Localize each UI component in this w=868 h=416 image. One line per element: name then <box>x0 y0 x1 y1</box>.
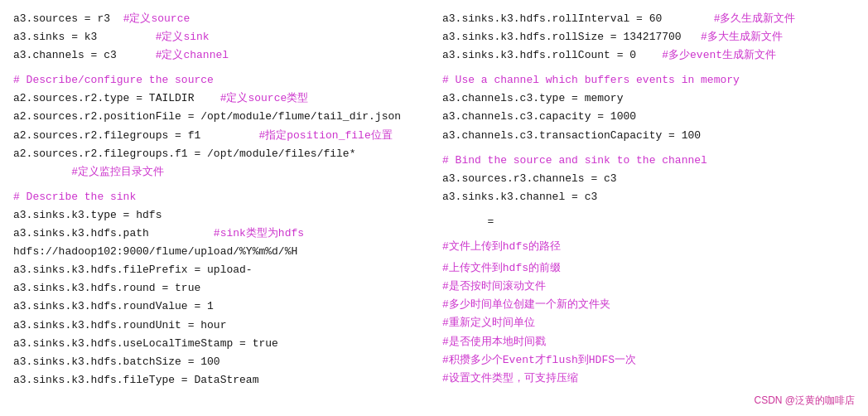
code-line: a3.sources.r3.channels = c3 <box>442 170 855 188</box>
comment-line: #文件上传到hdfs的路径 <box>442 238 855 256</box>
comment-line: #多少时间单位创建一个新的文件夹 <box>442 296 855 314</box>
section-comment: # Describe the sink <box>13 188 426 206</box>
comment: #定义sink <box>97 31 209 43</box>
section-comment: # Describe/configure the source <box>13 71 426 89</box>
code-line: a3.sinks.k3.hdfs.path #sink类型为hdfs <box>13 225 426 243</box>
main-content: a3.sources = r3 #定义source a3.sinks = k3 … <box>0 0 868 416</box>
code-line: a3.sinks.k3.hdfs.roundUnit = hour <box>13 317 426 335</box>
right-column: a3.sinks.k3.hdfs.rollInterval = 60 #多久生成… <box>434 10 855 406</box>
code-text: a2.sources.r2.filegroups = f1 <box>13 129 200 142</box>
comment-line: #是否按时间滚动文件 <box>442 278 855 296</box>
code-line: a3.channels.c3.type = memory <box>442 89 855 108</box>
code-text: a3.sinks.k3.hdfs.path <box>13 227 149 239</box>
comment-line: #积攒多少个Event才flush到HDFS一次 <box>442 351 855 370</box>
section-comment: # Bind the source and sink to the channe… <box>442 152 855 170</box>
left-column: a3.sources = r3 #定义source a3.sinks = k3 … <box>13 10 434 406</box>
section-comment: # Use a channel which buffers events in … <box>442 71 855 89</box>
code-line: a3.channels.c3.transactionCapacity = 100 <box>442 127 855 145</box>
code-line: a3.sinks.k3.hdfs.batchSize = 100 <box>13 353 426 371</box>
comment: #定义channel <box>117 49 229 61</box>
code-text: a2.sources.r2.type = TAILDIR <box>13 92 194 104</box>
code-line: a3.sinks.k3.hdfs.rollSize = 134217700 #多… <box>442 28 855 46</box>
code-line: a3.sinks.k3.hdfs.round = true <box>13 279 426 297</box>
code-line: a3.channels.c3.capacity = 1000 <box>442 108 855 126</box>
code-text: a3.sources = r3 <box>13 12 110 25</box>
comment: #sink类型为hdfs <box>149 227 304 239</box>
comment: #指定position_file位置 <box>200 129 392 142</box>
code-line: a3.sinks.k3.hdfs.rollInterval = 60 #多久生成… <box>442 10 855 28</box>
code-line: a3.sinks.k3.hdfs.useLocalTimeStamp = tru… <box>13 335 426 353</box>
code-line: a2.sources.r2.type = TAILDIR #定义source类型 <box>13 89 426 108</box>
code-line: #定义监控目录文件 <box>13 163 426 181</box>
code-text: a3.channels = c3 <box>13 49 117 61</box>
comment-line: #是否使用本地时间戳 <box>442 333 855 351</box>
code-line: a2.sources.r2.filegroups = f1 #指定positio… <box>13 127 426 145</box>
comment-line: #上传文件到hdfs的前缀 <box>442 259 855 278</box>
code-line: a3.sinks.k3.type = hdfs <box>13 206 426 225</box>
watermark: CSDN @泛黄的咖啡店 <box>754 394 855 408</box>
comment: #定义source类型 <box>194 92 308 104</box>
comment: #多久生成新文件 <box>662 12 795 25</box>
code-text: a3.sinks.k3.hdfs.rollCount = 0 <box>442 49 636 61</box>
comment-line: #重新定义时间单位 <box>442 314 855 332</box>
comment: #多少event生成新文件 <box>636 49 776 61</box>
code-text: a3.sinks = k3 <box>13 31 97 43</box>
code-line: a3.sinks.k3.hdfs.roundValue = 1 <box>13 297 426 316</box>
code-text: a3.sinks.k3.hdfs.rollSize = 134217700 <box>442 31 682 43</box>
code-line: a3.sinks.k3.hdfs.filePrefix = upload- <box>13 261 426 279</box>
code-line: a2.sources.r2.positionFile = /opt/module… <box>13 108 426 126</box>
code-line: a3.sinks = k3 #定义sink <box>13 28 426 46</box>
code-line: a3.sinks.k3.hdfs.fileType = DataStream <box>13 371 426 389</box>
code-line: = <box>442 213 855 231</box>
code-line: hdfs://hadoop102:9000/flume/upload/%Y%m%… <box>13 243 426 261</box>
code-line: a3.sinks.k3.hdfs.rollCount = 0 #多少event生… <box>442 46 855 65</box>
code-text: a3.sinks.k3.hdfs.rollInterval = 60 <box>442 12 662 25</box>
code-line: a3.sinks.k3.channel = c3 <box>442 188 855 206</box>
comment: #多大生成新文件 <box>682 31 783 43</box>
code-line: a3.channels = c3 #定义channel <box>13 46 426 65</box>
comment: #定义source <box>110 12 190 25</box>
code-line: a2.sources.r2.filegroups.f1 = /opt/modul… <box>13 145 426 163</box>
code-line: a3.sources = r3 #定义source <box>13 10 426 28</box>
comment-line: #设置文件类型，可支持压缩 <box>442 370 855 388</box>
